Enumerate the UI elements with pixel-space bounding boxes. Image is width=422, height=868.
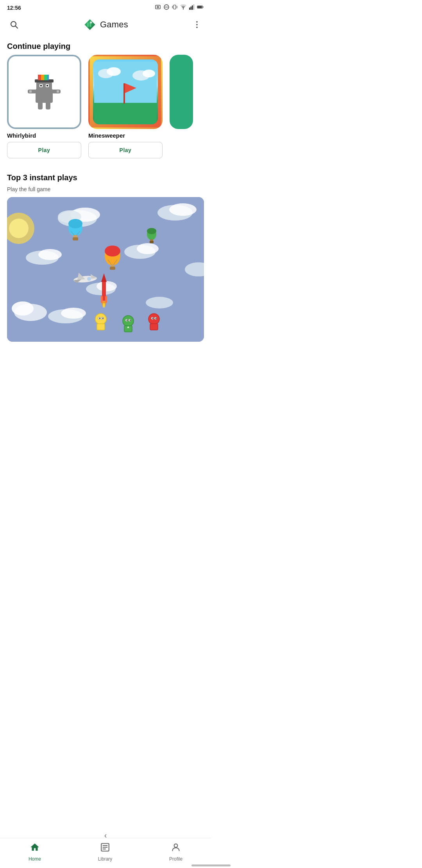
svg-rect-8: [189, 7, 190, 10]
minesweeper-name: Minesweeper: [88, 132, 163, 139]
svg-rect-78: [110, 267, 115, 270]
vibrate-icon: [172, 4, 177, 11]
whirlybird-play-button[interactable]: Play: [7, 142, 81, 158]
svg-rect-28: [40, 85, 42, 86]
svg-text:+: +: [90, 22, 91, 24]
svg-point-53: [12, 301, 34, 316]
more-options-button[interactable]: [190, 18, 204, 32]
svg-point-102: [123, 316, 134, 326]
svg-point-21: [196, 21, 198, 23]
game-banner[interactable]: [7, 197, 204, 342]
search-button[interactable]: [7, 18, 21, 32]
svg-point-109: [148, 314, 159, 325]
svg-rect-11: [193, 4, 195, 10]
instant-plays-section: Top 3 instant plays Play the full game: [0, 164, 211, 342]
svg-rect-39: [29, 90, 32, 93]
status-icons: [155, 4, 204, 11]
svg-point-68: [61, 308, 86, 319]
svg-point-58: [169, 203, 197, 216]
svg-point-82: [147, 228, 156, 234]
svg-rect-97: [97, 324, 105, 330]
svg-point-101: [102, 318, 104, 319]
svg-rect-9: [191, 7, 192, 10]
svg-point-100: [99, 318, 100, 319]
svg-point-61: [137, 243, 159, 254]
continue-playing-title: Continue playing: [0, 35, 211, 55]
svg-rect-13: [197, 6, 202, 8]
svg-rect-32: [41, 75, 44, 80]
svg-point-7: [183, 9, 184, 9]
svg-rect-35: [28, 90, 36, 93]
svg-rect-47: [123, 83, 125, 104]
svg-rect-29: [46, 85, 48, 86]
svg-point-114: [156, 318, 157, 319]
signal-icon: [189, 4, 195, 11]
game-card-minesweeper: Minesweeper Play: [88, 55, 163, 158]
svg-point-106: [127, 320, 128, 321]
svg-point-65: [97, 281, 117, 291]
wifi-icon: [180, 4, 187, 11]
minesweeper-icon: [88, 55, 163, 129]
svg-point-23: [196, 27, 198, 28]
svg-point-43: [107, 67, 121, 76]
status-bar: 12:56: [0, 0, 211, 14]
svg-rect-72: [73, 237, 78, 240]
svg-rect-38: [46, 102, 50, 109]
svg-rect-17: [87, 23, 89, 27]
svg-rect-46: [94, 103, 157, 124]
svg-rect-110: [150, 324, 158, 330]
banner-sky-background: [7, 197, 204, 342]
svg-line-16: [16, 26, 18, 29]
svg-point-96: [95, 314, 106, 325]
no-disturb-icon: [163, 4, 170, 11]
screenshot-icon: [155, 4, 161, 11]
status-time: 12:56: [7, 5, 21, 11]
svg-point-70: [68, 219, 82, 228]
svg-rect-4: [173, 5, 176, 9]
game-card-whirlybird: Whirlybird Play: [7, 55, 81, 158]
instant-plays-subtitle: Play the full game: [0, 186, 211, 197]
svg-point-22: [196, 24, 198, 25]
minesweeper-play-button[interactable]: Play: [88, 142, 163, 158]
svg-point-1: [157, 6, 159, 8]
whirlybird-icon: [7, 55, 81, 129]
game-card-partial: [170, 55, 211, 158]
instant-plays-title: Top 3 instant plays: [0, 166, 211, 186]
svg-rect-0: [156, 5, 160, 9]
svg-point-45: [143, 70, 155, 77]
svg-point-107: [130, 320, 131, 321]
svg-point-76: [105, 246, 120, 256]
header-brand: + Games: [83, 18, 128, 32]
svg-rect-34: [47, 75, 49, 80]
svg-rect-31: [38, 75, 41, 80]
svg-rect-25: [36, 81, 52, 92]
svg-rect-84: [150, 241, 154, 243]
svg-point-95: [103, 303, 105, 308]
svg-point-63: [38, 249, 62, 260]
svg-rect-36: [52, 90, 61, 93]
svg-rect-37: [38, 102, 43, 109]
svg-point-51: [9, 219, 29, 238]
svg-point-66: [146, 297, 173, 308]
svg-point-113: [152, 318, 154, 319]
play-games-logo: +: [83, 18, 97, 32]
whirlybird-name: Whirlybird: [7, 132, 81, 139]
svg-rect-10: [192, 5, 193, 10]
top-bar: + Games: [0, 14, 211, 35]
page-title: Games: [100, 20, 128, 30]
battery-icon: [197, 5, 204, 11]
svg-rect-41: [94, 62, 157, 105]
svg-rect-40: [57, 90, 59, 93]
svg-rect-33: [44, 75, 47, 80]
continue-playing-row: Whirlybird Play: [0, 55, 211, 164]
